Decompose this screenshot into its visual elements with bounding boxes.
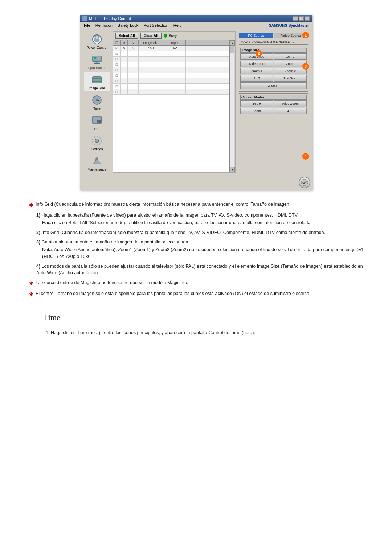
row-check[interactable]: □ <box>113 73 121 78</box>
numbered-item-3-sub: Nota: Auto Wide (Ancho automático), Zoom… <box>42 246 363 260</box>
numbered-item-2: 2) Info Grid (Cuadrícula de información)… <box>36 229 363 236</box>
clear-all-button[interactable]: Clear All <box>140 33 162 39</box>
star-icon-2: ✱ <box>29 280 33 287</box>
row-check[interactable]: □ <box>113 78 121 83</box>
169-button[interactable]: 16 : 9 <box>274 53 307 60</box>
svg-point-5 <box>98 57 100 59</box>
samsung-logo: SAMSUNG SyncMaster <box>269 24 309 28</box>
sidebar-label-input: Input Source <box>87 66 106 70</box>
select-all-button[interactable]: Select All <box>115 33 138 39</box>
row-check[interactable]: □ <box>113 62 121 67</box>
sidebar-label-imagesize: Image Size <box>89 86 105 90</box>
header-input: Input <box>164 40 186 45</box>
menu-remocon[interactable]: Remocon <box>93 23 115 28</box>
svg-rect-3 <box>94 63 100 64</box>
row-input: AV <box>164 46 186 51</box>
scroll-thumb[interactable] <box>230 46 234 53</box>
vertical-scrollbar[interactable]: ▲ ▼ <box>229 40 235 172</box>
numbered-item-1: 1) Haga clic en la pestaña (Fuente de ví… <box>36 212 363 226</box>
row-check[interactable]: ☑ <box>113 46 121 51</box>
zoom2-button[interactable]: Zoom 2 <box>274 68 307 74</box>
svg-rect-4 <box>94 57 96 59</box>
svg-rect-1 <box>93 56 101 62</box>
table-row: □ <box>113 62 229 67</box>
screen-wide-zoom-button[interactable]: Wide Zoom <box>274 100 307 107</box>
numbered-item-3: 3) Cambia aleatoriamente el tamaño de im… <box>36 239 363 260</box>
numbered-item-4: 4) Los modos de pantalla sólo se pueden … <box>36 263 363 277</box>
svg-point-17 <box>95 157 98 160</box>
menu-safety-lock[interactable]: Safety Lock <box>115 23 140 28</box>
screen-zoom-button[interactable]: Zoom <box>240 108 273 114</box>
table-row: □ <box>113 73 229 78</box>
apply-button[interactable] <box>299 177 310 188</box>
scroll-up[interactable]: ▲ <box>230 41 235 46</box>
input-source-icon <box>90 53 103 66</box>
sidebar-item-maintenance[interactable]: Maintenance <box>84 153 110 173</box>
time-notes-list: Haga clic en Time (hora) , entre los ico… <box>51 329 348 336</box>
wide-zoom-button[interactable]: Wide Zoom <box>240 61 273 67</box>
table-area: ☑ 0 N Image Size Input ☑ 0 N 16:9 A <box>113 40 229 172</box>
menu-bar: File Remocon Safety Lock Port Selection … <box>80 22 312 29</box>
sidebar-item-pip[interactable]: PIP <box>84 112 110 132</box>
just-scan-button[interactable]: Just Scan <box>274 75 307 82</box>
zoom1-button[interactable]: Zoom 1 <box>240 68 273 74</box>
content-section: ✱ Info Grid (Cuadrícula de información) … <box>22 201 370 298</box>
43-button[interactable]: 4 : 3 <box>240 75 273 82</box>
pc-source-tab[interactable]: PC Source <box>239 33 273 38</box>
star-note-3-text: El control Tamaño de imagen sólo está di… <box>36 290 310 297</box>
french-note-text: La source d'entrée de MagicInfo ne fonct… <box>36 279 188 286</box>
numbered-item-2-main: 2) Info Grid (Cuadrícula de información)… <box>36 229 363 236</box>
row-check[interactable]: □ <box>113 67 121 73</box>
numbered-list: 1) Haga clic en la pestaña (Fuente de ví… <box>36 212 363 276</box>
close-button[interactable]: × <box>305 16 310 21</box>
menu-port-selection[interactable]: Port Selection <box>141 23 170 28</box>
row-check[interactable]: □ <box>113 51 121 56</box>
scroll-track <box>230 46 234 167</box>
table-row: □ <box>113 84 229 89</box>
row-check[interactable]: □ <box>113 84 121 89</box>
right-panel: 1 PC Source Video Source TV,AV,S-Video,C… <box>237 31 310 173</box>
sidebar-label-pip: PIP <box>94 127 100 131</box>
source-tabs: PC Source Video Source <box>239 33 308 38</box>
numbered-item-3-main: 3) Cambia aleatoriamente el tamaño de im… <box>36 239 363 246</box>
title-bar-controls[interactable]: _ □ × <box>293 16 310 21</box>
zoom-button[interactable]: Zoom <box>274 61 307 67</box>
svg-point-12 <box>96 99 98 101</box>
source-info: TV,AV,S-Video,Component,HDMI,DTV <box>239 40 308 45</box>
screen-43-button[interactable]: 4 : 3 <box>274 108 307 114</box>
row-name: N <box>128 46 139 51</box>
table-row: □ <box>113 51 229 57</box>
screen-mode-section: -Screen Mode- 16 : 9 Wide Zoom Zoom 4 : … <box>239 93 308 117</box>
image-size-section: -Image Size- Auto Wide 16 : 9 Wide Zoom … <box>239 46 308 92</box>
time-note-1: Haga clic en Time (hora) , entre los ico… <box>51 329 348 336</box>
table-row: ☑ 0 N 16:9 AV <box>113 46 229 51</box>
sidebar-item-power-control[interactable]: Power Control <box>84 31 110 51</box>
maximize-button[interactable]: □ <box>299 16 304 21</box>
sidebar-label-settings: Settings <box>91 147 103 151</box>
star-note-1-text: Info Grid (Cuadrícula de información) mu… <box>36 201 290 208</box>
left-sidebar: Power Control Input Source Image Size <box>82 31 111 173</box>
image-size-label: -Image Size- <box>240 48 307 53</box>
sidebar-item-settings[interactable]: Settings <box>84 133 110 152</box>
sidebar-item-time[interactable]: Time <box>84 92 110 112</box>
row-check[interactable]: □ <box>113 57 121 62</box>
page-wrapper: Multiple Display Control _ □ × File Remo… <box>0 0 392 365</box>
window-title: Multiple Display Control <box>89 16 131 21</box>
time-icon <box>90 94 103 107</box>
star-icon-3: ✱ <box>29 291 33 298</box>
menu-help[interactable]: Help <box>171 23 184 28</box>
scroll-down[interactable]: ▼ <box>230 167 235 172</box>
row-id: 0 <box>121 46 128 51</box>
menu-file[interactable]: File <box>82 23 93 28</box>
row-check[interactable]: □ <box>113 89 121 94</box>
maintenance-icon <box>90 155 103 168</box>
minimize-button[interactable]: _ <box>293 16 298 21</box>
wide-fit-button[interactable]: Wide Fit <box>240 82 307 89</box>
screen-169-button[interactable]: 16 : 9 <box>240 100 273 107</box>
row-name <box>128 51 139 56</box>
svg-rect-6 <box>93 77 101 83</box>
window-container: Multiple Display Control _ □ × File Remo… <box>80 15 312 190</box>
sidebar-item-image-size[interactable]: Image Size <box>84 72 110 91</box>
badge-2: 2 <box>256 50 262 57</box>
sidebar-item-input-source[interactable]: Input Source <box>84 52 110 71</box>
